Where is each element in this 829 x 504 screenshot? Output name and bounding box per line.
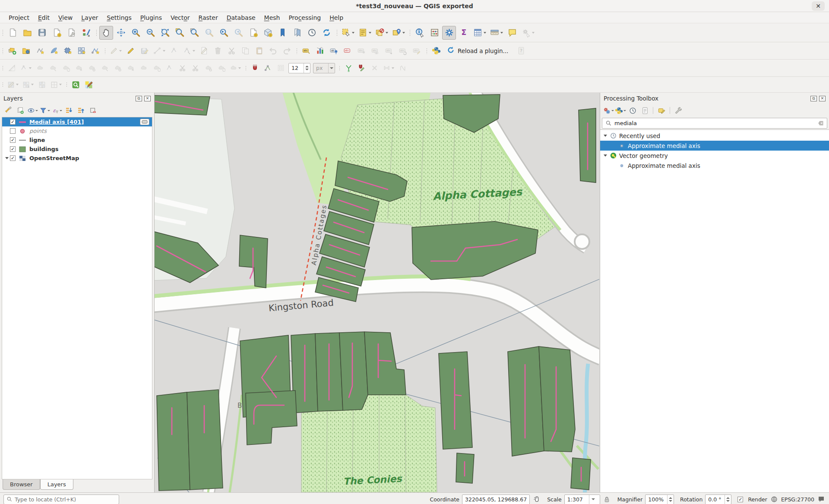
- style-manager-button[interactable]: a: [79, 26, 93, 40]
- crs-value[interactable]: EPSG:27700: [781, 496, 814, 503]
- crs-globe-icon[interactable]: [770, 495, 778, 504]
- magnifier-spin[interactable]: 100%: [645, 495, 674, 504]
- osm-edit-button[interactable]: [82, 79, 95, 91]
- map-canvas[interactable]: B e: [155, 93, 600, 492]
- lock-scale-icon[interactable]: [603, 495, 611, 504]
- models-button[interactable]: [603, 105, 614, 116]
- extents-toggle-icon[interactable]: [532, 495, 541, 504]
- open-layer-styling-button[interactable]: [3, 105, 14, 116]
- scripts-button[interactable]: [615, 105, 626, 116]
- locator-input[interactable]: [15, 496, 101, 503]
- magnifier-spin-arrows[interactable]: [667, 495, 674, 504]
- coordinate-value[interactable]: 322045.05, 129688.67: [462, 495, 530, 504]
- new-temporary-scratch-layer-button[interactable]: [89, 44, 101, 57]
- processing-panel-close-icon[interactable]: ✕: [819, 96, 826, 101]
- topological-editing-button[interactable]: [342, 62, 354, 74]
- scale-dropdown-icon[interactable]: [589, 495, 597, 504]
- menu-settings[interactable]: Settings: [102, 13, 136, 22]
- menu-raster[interactable]: Raster: [194, 13, 222, 22]
- pin-unpin-labels-button[interactable]: ab: [327, 44, 340, 57]
- menu-database[interactable]: Database: [222, 13, 260, 22]
- processing-search-input[interactable]: [613, 120, 816, 126]
- menu-processing[interactable]: Processing: [284, 13, 325, 22]
- snapping-units[interactable]: px: [313, 63, 335, 73]
- zoom-to-selection-button[interactable]: [173, 26, 187, 40]
- statistical-summary-button[interactable]: Σ: [457, 26, 471, 40]
- layer-row-medial-axis-401[interactable]: ✓Medial axis [401]: [2, 117, 152, 126]
- quickmapservices-button[interactable]: [70, 79, 82, 91]
- expand-all-button[interactable]: [63, 105, 74, 116]
- render-checkbox-group[interactable]: ✓ Render: [737, 496, 767, 503]
- show-bookmarks-button[interactable]: [290, 26, 304, 40]
- layer-row-points[interactable]: points: [2, 126, 152, 135]
- options-button[interactable]: [673, 105, 684, 116]
- layer-diagram-options-button[interactable]: [313, 44, 326, 57]
- snapping-mode-button[interactable]: [262, 62, 274, 74]
- new-3d-map-view-button[interactable]: [261, 26, 275, 40]
- tree-group-vector-geometry[interactable]: Vector geometry: [600, 151, 829, 161]
- results-viewer-button[interactable]: [639, 105, 650, 116]
- measure-line-button[interactable]: [488, 26, 504, 40]
- menu-mesh[interactable]: Mesh: [260, 13, 285, 22]
- new-spatial-bookmark-button[interactable]: [275, 26, 289, 40]
- remove-layer-button[interactable]: [87, 105, 98, 116]
- data-source-manager-button[interactable]: [6, 44, 19, 57]
- layer-row-openstreetmap[interactable]: ✓OpenStreetMap: [2, 154, 152, 163]
- layer-row-buildings[interactable]: ✓buildings: [2, 145, 152, 154]
- map-tips-button[interactable]: [505, 26, 519, 40]
- layers-panel-float-icon[interactable]: ⧉: [136, 96, 142, 101]
- field-calculator-button[interactable]: [427, 26, 441, 40]
- tree-expander-icon[interactable]: [602, 135, 609, 137]
- layer-labeling-options-button[interactable]: abc: [300, 44, 313, 57]
- new-virtual-layer-button[interactable]: [75, 44, 88, 57]
- deselect-features-button[interactable]: [373, 26, 389, 40]
- filter-by-expression-button[interactable]: ε: [51, 105, 62, 116]
- menu-vector[interactable]: Vector: [166, 13, 194, 22]
- select-by-location-button[interactable]: [390, 26, 406, 40]
- layer-checkbox[interactable]: ✓: [10, 155, 16, 161]
- layer-checkbox[interactable]: ✓: [10, 146, 16, 152]
- edit-features-in-place-button[interactable]: [656, 105, 667, 116]
- window-close-button[interactable]: ✕: [812, 1, 825, 11]
- collapse-all-button[interactable]: [75, 105, 86, 116]
- processing-panel-float-icon[interactable]: ⧉: [810, 96, 817, 101]
- select-features-button[interactable]: [340, 26, 356, 40]
- zoom-to-layer-button[interactable]: [187, 26, 201, 40]
- tree-group-recently-used[interactable]: Recently used: [600, 131, 829, 141]
- tab-layers[interactable]: Layers: [40, 479, 73, 490]
- snapping-tolerance[interactable]: 12: [288, 63, 310, 73]
- new-print-layout-button[interactable]: [50, 26, 63, 40]
- reload-plugin-button[interactable]: Reload a plugin...: [443, 45, 514, 57]
- zoom-in-button[interactable]: [129, 26, 142, 40]
- rotation-spin[interactable]: 0.0 °: [705, 495, 731, 504]
- toggle-editing-button[interactable]: [124, 44, 137, 57]
- open-project-button[interactable]: [20, 26, 34, 40]
- layer-checkbox[interactable]: ✓: [10, 119, 16, 125]
- processing-toolbox-toggle-button[interactable]: [442, 26, 456, 40]
- algorithm-approximate-medial-axis[interactable]: Approximate medial axis: [600, 161, 829, 170]
- layer-checkbox[interactable]: [10, 128, 16, 134]
- highlight-pinned-labels-button[interactable]: abc: [341, 44, 354, 57]
- messages-icon[interactable]: [817, 495, 826, 504]
- layer-expander-icon[interactable]: [4, 157, 10, 159]
- new-shapefile-layer-button[interactable]: [33, 44, 46, 57]
- save-project-button[interactable]: [35, 26, 49, 40]
- add-vector-layer-button[interactable]: [19, 44, 32, 57]
- select-by-value-button[interactable]: [357, 26, 373, 40]
- menu-layer[interactable]: Layer: [77, 13, 102, 22]
- render-checkbox[interactable]: ✓: [737, 497, 743, 502]
- memory-layer-indicator[interactable]: [140, 119, 149, 125]
- zoom-out-button[interactable]: [143, 26, 157, 40]
- new-geopackage-layer-button[interactable]: [47, 44, 60, 57]
- new-map-view-button[interactable]: [246, 26, 260, 40]
- manage-themes-button[interactable]: [27, 105, 38, 116]
- layout-manager-button[interactable]: [64, 26, 78, 40]
- menu-plugins[interactable]: Plugins: [136, 13, 166, 22]
- locator-bar[interactable]: [3, 495, 119, 504]
- menu-view[interactable]: View: [54, 13, 77, 22]
- algorithm-approximate-medial-axis[interactable]: Approximate medial axis: [600, 141, 829, 151]
- zoom-last-button[interactable]: [217, 26, 231, 40]
- temporal-controller-button[interactable]: [305, 26, 319, 40]
- refresh-map-button[interactable]: [320, 26, 333, 40]
- layer-row-ligne[interactable]: ✓ligne: [2, 135, 152, 145]
